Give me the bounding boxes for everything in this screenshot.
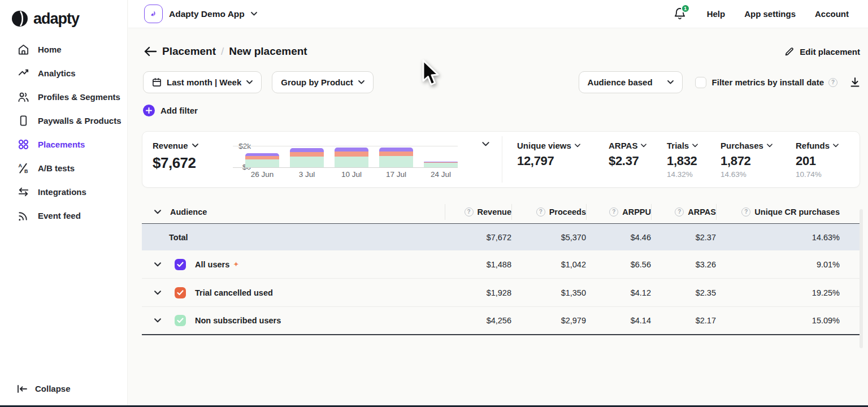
audience-name: Trial cancelled used bbox=[195, 288, 273, 297]
cell-arpas: $2.17 bbox=[651, 316, 716, 325]
sidebar-item-integrations[interactable]: Integrations bbox=[0, 180, 127, 204]
collapse-all-chevron[interactable] bbox=[154, 210, 162, 214]
help-circle-icon[interactable]: ? bbox=[536, 207, 545, 217]
app-settings-link[interactable]: App settings bbox=[744, 9, 796, 19]
sidebar-item-label: Placements bbox=[38, 140, 85, 149]
audience-cell: Trial cancelled used bbox=[154, 287, 445, 298]
chevron-down-icon bbox=[575, 144, 580, 148]
row-expand-chevron[interactable] bbox=[154, 318, 162, 323]
stat-dropdown[interactable]: Refunds bbox=[796, 141, 843, 150]
total-unique-cr: 14.63% bbox=[716, 233, 840, 242]
install-date-label: Filter metrics by install date bbox=[712, 77, 824, 87]
app-switcher[interactable]: Adapty Demo App bbox=[144, 5, 257, 23]
cell-proceeds: $1,350 bbox=[511, 288, 586, 297]
stat-label: ARPAS bbox=[609, 141, 637, 150]
audience-table: Audience ?Revenue ?Proceeds ?ARPPU ?ARPA… bbox=[142, 200, 860, 335]
pencil-icon bbox=[784, 46, 795, 57]
help-circle-icon[interactable]: ? bbox=[741, 207, 750, 217]
chevron-down-icon bbox=[833, 144, 839, 148]
row-expand-chevron[interactable] bbox=[154, 291, 162, 295]
group-by-dropdown[interactable]: Group by Product bbox=[272, 71, 374, 93]
breadcrumb: Placement / New placement bbox=[162, 45, 307, 58]
topbar: Adapty Demo App 1 Help App settings Acco… bbox=[128, 0, 868, 28]
sidebar-item-ab-tests[interactable]: AB A/B tests bbox=[0, 156, 127, 180]
install-date-checkbox[interactable] bbox=[695, 77, 706, 88]
chart-x-label: 3 Jul bbox=[290, 170, 324, 179]
mouse-cursor bbox=[419, 58, 440, 88]
audience-mode-value: Audience based bbox=[588, 77, 653, 87]
back-button[interactable] bbox=[143, 44, 158, 59]
sidebar-item-label: Home bbox=[38, 45, 62, 54]
stat-dropdown[interactable]: Unique views bbox=[517, 141, 601, 150]
stat-sub-value: 14.63% bbox=[721, 170, 788, 179]
sidebar-item-label: Analytics bbox=[38, 68, 76, 78]
metrics-summary-card: Revenue $7,672 $2k $0 26 Jun3 Jul10 Jul1… bbox=[142, 131, 860, 188]
integrations-icon bbox=[17, 185, 29, 198]
help-circle-icon[interactable]: ? bbox=[828, 78, 837, 87]
sidebar-item-event-feed[interactable]: Event feed bbox=[0, 204, 127, 227]
table-total-row: Total $7,672 $5,370 $4.46 $2.37 14.63% bbox=[142, 224, 860, 250]
edit-placement-button[interactable]: Edit placement bbox=[784, 46, 860, 57]
sidebar-item-paywalls-products[interactable]: Paywalls & Products bbox=[0, 109, 127, 132]
x-axis-line bbox=[233, 167, 458, 168]
adapty-dashboard: adapty Home Analytics Profiles & Segment… bbox=[0, 0, 868, 407]
collapse-label: Collapse bbox=[35, 384, 71, 393]
audience-mode-dropdown[interactable]: Audience based bbox=[579, 71, 683, 93]
revenue-bar bbox=[335, 148, 368, 167]
top-segment bbox=[290, 148, 324, 152]
notifications-button[interactable]: 1 bbox=[673, 7, 688, 21]
column-label: Proceeds bbox=[549, 207, 586, 217]
chevron-down-icon bbox=[246, 80, 253, 84]
stat-dropdown[interactable]: Trials bbox=[667, 141, 713, 150]
row-checkbox[interactable] bbox=[175, 287, 186, 298]
sidebar-item-analytics[interactable]: Analytics bbox=[0, 61, 127, 85]
add-filter-button[interactable]: Add filter bbox=[143, 105, 860, 116]
download-button[interactable] bbox=[850, 77, 860, 88]
audience-header-label[interactable]: Audience bbox=[170, 207, 207, 217]
phone-icon bbox=[17, 114, 29, 127]
chart-x-label: 10 Jul bbox=[335, 170, 368, 179]
row-checkbox[interactable] bbox=[175, 259, 186, 270]
table-row-trial-cancelled: Trial cancelled used $1,928 $1,350 $4.12… bbox=[142, 279, 860, 307]
revenue-chart-section: Revenue $7,672 $2k $0 26 Jun3 Jul10 Jul1… bbox=[142, 132, 502, 187]
column-header-unique-cr[interactable]: ?Unique CR purchases bbox=[716, 204, 840, 220]
sidebar-item-home[interactable]: Home bbox=[0, 37, 127, 61]
date-range-dropdown[interactable]: Last month | Week bbox=[143, 71, 262, 93]
row-checkbox[interactable] bbox=[175, 315, 186, 326]
audience-name: Non subscribed users bbox=[195, 316, 281, 325]
sidebar: adapty Home Analytics Profiles & Segment… bbox=[0, 0, 128, 407]
column-header-arppu[interactable]: ?ARPPU bbox=[586, 204, 651, 220]
column-header-arpas[interactable]: ?ARPAS bbox=[651, 204, 716, 220]
stat-dropdown[interactable]: ARPAS bbox=[609, 141, 659, 150]
row-expand-chevron[interactable] bbox=[154, 262, 162, 267]
sidebar-collapse-button[interactable]: Collapse bbox=[17, 384, 71, 393]
cell-unique-cr: 15.09% bbox=[716, 316, 840, 325]
sidebar-item-placements[interactable]: Placements bbox=[0, 132, 127, 156]
cell-arpas: $3.26 bbox=[651, 260, 716, 269]
revenue-bar bbox=[379, 148, 413, 167]
adapty-logo[interactable]: adapty bbox=[0, 0, 127, 29]
stat-dropdown[interactable]: Purchases bbox=[721, 141, 788, 150]
cell-arppu: $4.12 bbox=[586, 288, 651, 297]
breadcrumb-parent[interactable]: Placement bbox=[162, 45, 216, 58]
help-circle-icon[interactable]: ? bbox=[675, 207, 684, 217]
table-header-row: Audience ?Revenue ?Proceeds ?ARPPU ?ARPA… bbox=[142, 200, 860, 224]
revenue-bar bbox=[290, 148, 324, 167]
users-icon bbox=[17, 90, 29, 103]
add-filter-label: Add filter bbox=[160, 106, 198, 115]
chart-collapse-button[interactable] bbox=[482, 138, 489, 149]
column-header-proceeds[interactable]: ?Proceeds bbox=[511, 204, 586, 220]
revenue-metric-dropdown[interactable]: Revenue bbox=[153, 141, 232, 150]
account-link[interactable]: Account bbox=[815, 9, 849, 19]
bottom-segment bbox=[290, 157, 324, 167]
column-header-revenue[interactable]: ?Revenue bbox=[445, 204, 511, 220]
table-row-non-subscribed: Non subscribed users $4,256 $2,979 $4.14… bbox=[142, 307, 860, 335]
chart-x-labels: 26 Jun3 Jul10 Jul17 Jul24 Jul bbox=[244, 170, 459, 179]
help-link[interactable]: Help bbox=[707, 9, 726, 19]
total-revenue: $7,672 bbox=[445, 233, 511, 242]
help-circle-icon[interactable]: ? bbox=[465, 207, 474, 217]
help-circle-icon[interactable]: ? bbox=[609, 207, 618, 217]
sidebar-item-profiles-segments[interactable]: Profiles & Segments bbox=[0, 85, 127, 109]
table-scrollbar[interactable] bbox=[860, 209, 863, 348]
revenue-bar-chart: $2k $0 26 Jun3 Jul10 Jul17 Jul24 Jul bbox=[232, 141, 480, 188]
